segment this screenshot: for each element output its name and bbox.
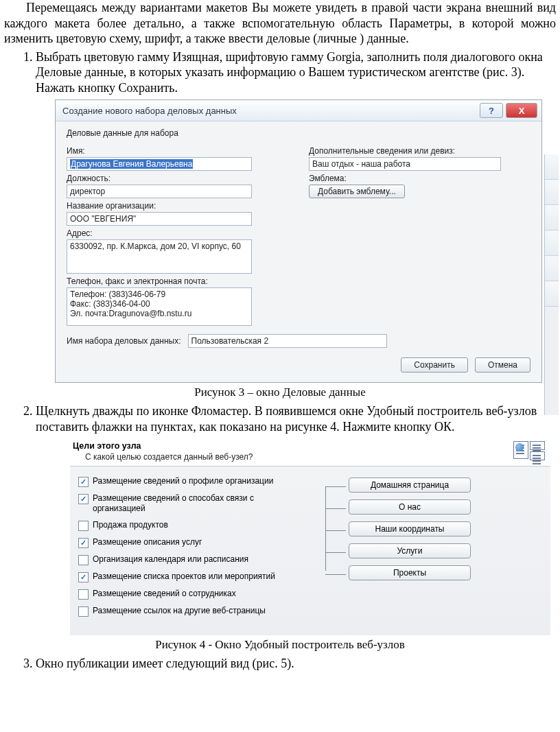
checkbox-row: Продажа продуктов <box>78 520 298 531</box>
dlg2-subtitle: С какой целью создается данный веб-узел? <box>85 452 513 462</box>
site-builder-dialog: Цели этого узла С какой целью создается … <box>70 438 550 635</box>
checkbox[interactable] <box>78 538 89 548</box>
label-addr: Адрес: <box>67 228 288 238</box>
checkbox[interactable] <box>78 589 89 600</box>
step-1: Выбрать цветовую гамму Изящная, шрифтову… <box>36 49 556 96</box>
input-contact[interactable]: Телефон: (383)346-06-79 Факс: (383)346-0… <box>67 287 252 326</box>
tree-node-box[interactable]: Домашняя страница <box>349 477 471 493</box>
help-button[interactable]: ? <box>480 103 503 118</box>
checkbox-label: Размещение списка проектов или мероприят… <box>93 571 275 582</box>
tree-node: Услуги <box>349 543 542 558</box>
checkbox-row: Размещение ссылок на другие веб-страницы <box>78 606 298 617</box>
input-name[interactable]: Драгунова Евгения Валерьевна <box>67 157 252 171</box>
tree-node: Наши координаты <box>349 521 542 536</box>
checkbox-row: Размещение сведений о способах связи с о… <box>78 493 298 514</box>
checkbox-label: Размещение описания услуг <box>93 537 202 547</box>
section-heading: Деловые данные для набора <box>67 128 530 138</box>
checkbox-row: Размещение описания услуг <box>78 537 298 548</box>
checkbox-row: Организация календаря или расписания <box>78 554 298 565</box>
label-job: Должность: <box>67 174 288 183</box>
input-extra[interactable]: Ваш отдых - наша работа <box>309 157 501 171</box>
checkbox-label: Организация календаря или расписания <box>93 554 248 565</box>
background-strip <box>544 154 559 415</box>
close-button[interactable]: X <box>506 103 537 118</box>
tree-node-box[interactable]: Наши координаты <box>349 521 471 536</box>
checkbox-label: Размещение сведений о сотрудниках <box>93 589 236 599</box>
dialog-title: Создание нового набора деловых данных <box>62 106 480 116</box>
checkbox-label: Размещение сведений о способах связи с о… <box>93 493 298 514</box>
checkbox[interactable] <box>78 494 89 504</box>
input-setname[interactable]: Пользовательская 2 <box>188 334 387 348</box>
checkbox[interactable] <box>78 521 89 531</box>
dlg2-title: Цели этого узла <box>73 441 513 451</box>
input-org[interactable]: ООО "ЕВГЕНИЯ" <box>67 212 252 226</box>
checkbox[interactable] <box>78 572 89 582</box>
label-setname: Имя набора деловых данных: <box>67 336 181 346</box>
save-button[interactable]: Сохранить <box>401 357 468 373</box>
checkbox-row: Размещение сведений о сотрудниках <box>78 589 298 600</box>
tree-node: Домашняя страница <box>349 477 542 493</box>
checkbox-label: Размещение ссылок на другие веб-страницы <box>93 606 266 616</box>
tree-node-box[interactable]: Услуги <box>349 543 471 558</box>
doc-icon <box>530 451 545 460</box>
tree-node-box[interactable]: Проекты <box>349 565 471 580</box>
business-data-dialog: Создание нового набора деловых данных ? … <box>55 99 542 383</box>
checkbox[interactable] <box>78 555 89 565</box>
label-emblem: Эмблема: <box>309 174 530 183</box>
add-emblem-button[interactable]: Добавить эмблему... <box>309 185 405 198</box>
input-job[interactable]: директор <box>67 185 252 198</box>
steps-list: Выбрать цветовую гамму Изящная, шрифтову… <box>4 49 556 96</box>
titlebar: Создание нового набора деловых данных ? … <box>56 100 541 121</box>
checkbox[interactable] <box>78 477 89 487</box>
label-contact: Телефон, факс и электронная почта: <box>67 276 288 286</box>
intro-paragraph: Перемещаясь между вариантами макетов Вы … <box>4 0 556 47</box>
steps-list-3: Окно публикации имеет следующий вид (рис… <box>4 656 556 672</box>
label-org: Название организации: <box>67 201 288 211</box>
checkbox-label: Размещение сведений о профиле организаци… <box>93 476 273 486</box>
label-name: Имя: <box>67 146 288 156</box>
step-2: Щелкнуть дважды по иконке Фломастер. В п… <box>36 403 556 434</box>
checkbox-label: Продажа продуктов <box>93 520 168 530</box>
globe-doc-icon <box>513 441 528 459</box>
doc-icon <box>530 441 545 450</box>
cancel-button[interactable]: Отмена <box>475 357 530 373</box>
checkbox-row: Размещение списка проектов или мероприят… <box>78 571 298 582</box>
steps-list-2: Щелкнуть дважды по иконке Фломастер. В п… <box>4 403 556 434</box>
input-address[interactable]: 6330092, пр. К.Маркса, дом 20, VI корпус… <box>67 239 252 274</box>
tree-node: Проекты <box>349 565 542 580</box>
tree-node-box[interactable]: О нас <box>349 499 471 515</box>
checkbox-row: Размещение сведений о профиле организаци… <box>78 476 298 487</box>
step-3: Окно публикации имеет следующий вид (рис… <box>36 656 556 672</box>
tree-node: О нас <box>349 499 542 515</box>
label-extra: Дополнительные сведения или девиз: <box>309 146 530 156</box>
checkbox[interactable] <box>78 606 89 617</box>
caption-fig4: Рисунок 4 - Окно Удобный построитель веб… <box>4 638 556 652</box>
header-icons <box>513 441 545 460</box>
caption-fig3: Рисунок 3 – окно Деловые данные <box>4 386 556 399</box>
